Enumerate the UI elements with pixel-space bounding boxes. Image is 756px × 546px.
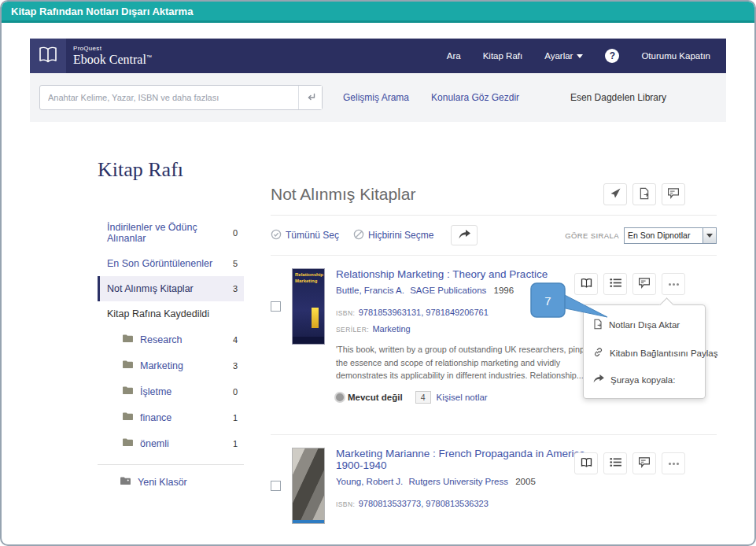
select-none-button[interactable]: Hiçbirini Seçme [353,229,433,242]
book-byline: Young, Robert J. Rutgers University Pres… [336,477,613,486]
search-band: Gelişmiş Arama Konulara Göz Gezdir Esen … [30,73,726,122]
page: Kitap Rafından Notları Dışarı Aktarma Pr… [0,0,756,546]
page-title: Not Alınmış Kitaplar [271,185,415,204]
book-cover[interactable]: Relationship Marketing [292,268,325,345]
book-title-link[interactable]: Relationship Marketing : Theory and Prac… [336,268,613,280]
folder-count: 1 [233,413,238,422]
sidebar-folder-isletme[interactable]: İşletme 0 [98,378,244,404]
paper-plane-icon [610,187,621,201]
main-header: Not Alınmış Kitaplar [271,183,717,205]
book-description: 'This book, written by a group of outsta… [336,343,613,382]
search-submit-button[interactable] [298,86,322,109]
sort-select[interactable]: En Son Dipnotlar [624,227,717,244]
more-options-button[interactable] [662,273,685,295]
ellipsis-icon [669,463,679,465]
sidebar-folder-research[interactable]: Research 4 [98,326,244,352]
header-toolbar [603,183,685,205]
copy-selected-button[interactable] [451,225,478,245]
sidebar-item-downloads-loans[interactable]: İndirilenler ve Ödünç Alınanlar 0 [98,215,244,251]
send-button[interactable] [603,183,627,205]
nav-settings[interactable]: Ayarlar [544,51,583,61]
folder-icon [122,411,134,423]
sidebar-item-count: 3 [233,284,238,293]
ellipsis-icon [669,283,679,286]
brand-trademark: ™ [146,53,152,59]
toc-button[interactable] [603,452,627,474]
sidebar-item-label: İndirilenler ve Ödünç Alınanlar [107,222,233,244]
sidebar-item-annotated-books[interactable]: Not Alınmış Kitaplar 3 [98,276,244,301]
link-chain-icon [593,347,603,359]
folder-icon [122,437,134,449]
curved-arrow-icon [593,374,604,385]
nav-signout[interactable]: Oturumu Kapatın [641,51,710,61]
browse-subjects-link[interactable]: Konulara Göz Gezdir [431,92,519,103]
folder-label: Research [140,334,183,345]
personal-notes-link[interactable]: 4 Kişisel notlar [415,391,488,404]
advanced-search-link[interactable]: Gelişmiş Arama [343,92,409,103]
annotations-button[interactable] [632,273,656,295]
search-links: Gelişmiş Arama Konulara Göz Gezdir [343,92,519,103]
book-cover-text: Relationship Marketing [293,269,324,287]
tutorial-callout-7: 7 [530,282,610,328]
annotations-button[interactable] [662,183,685,205]
folder-count: 3 [233,361,238,371]
sort-label: GÖRE SIRALA [565,231,619,240]
more-options-button[interactable] [662,452,685,474]
sidebar-folder-onemli[interactable]: önemli 1 [98,430,244,456]
nav-bookshelf[interactable]: Kitap Rafı [483,51,523,61]
sort-selected-value: En Son Dipnotlar [625,228,703,243]
sort-dropdown-arrow[interactable] [703,228,716,243]
export-button[interactable] [632,183,656,205]
notes-count-badge: 4 [415,391,431,404]
menu-item-label: Şuraya kopyala: [610,375,675,385]
folder-label: finance [140,412,171,423]
book-publisher: SAGE Publications [410,286,486,295]
book-row-relationship-marketing: Relationship Marketing Relationship Mark… [271,255,717,434]
book-title-link[interactable]: Marketing Marianne : French Propaganda i… [336,448,613,471]
brand-logo[interactable] [30,39,66,73]
main-panel: Not Alınmış Kitaplar [271,122,717,535]
callout-number: 7 [544,294,551,308]
chevron-down-icon [577,54,583,58]
return-arrow-icon [305,91,316,105]
book-cover[interactable] [292,448,325,524]
folder-count: 4 [233,335,238,345]
search-input[interactable] [40,86,298,109]
annotations-bubble-icon [638,277,651,291]
new-folder-button[interactable]: Yeni Klasör [98,467,244,497]
help-icon[interactable]: ? [605,49,619,63]
menu-item-share-link[interactable]: Kitabın Bağlantısını Paylaş [584,339,705,367]
sidebar-item-recently-viewed[interactable]: En Son Görüntülenenler 5 [98,251,244,276]
brand-text: ProQuest Ebook Central™ [73,46,152,66]
search-group [39,85,323,110]
book-author: Buttle, Francis A. [336,286,404,295]
export-document-icon [639,187,650,202]
circle-slash-icon [353,229,364,242]
nav-search[interactable]: Ara [447,51,461,61]
chevron-down-icon [706,234,713,238]
annotations-bubble-icon [667,187,680,201]
book-isbn-row: ISBN: 9780813533773, 9780813536323 [336,496,613,510]
new-folder-label: Yeni Klasör [138,477,187,488]
series-link[interactable]: Marketing [372,324,410,334]
folder-count: 0 [233,387,238,397]
sidebar-item-count: 5 [233,259,238,268]
sidebar-folder-marketing[interactable]: Marketing 3 [98,352,244,378]
curved-arrow-icon [459,230,470,242]
menu-item-label: Notları Dışa Aktar [609,320,680,330]
nav-settings-label: Ayarlar [544,51,573,61]
sidebar-divider [98,464,244,465]
menu-item-label: Kitabın Bağlantısını Paylaş [610,349,717,358]
annotations-button[interactable] [632,452,656,474]
annotations-bubble-icon [638,456,651,470]
sidebar-folder-finance[interactable]: finance 1 [98,404,244,430]
select-sort-row: Tümünü Seç Hiçbirini Seçme GÖRE SIRALA [271,216,717,255]
folder-icon [122,334,134,345]
read-online-button[interactable] [574,452,598,474]
select-all-button[interactable]: Tümünü Seç [271,229,339,242]
sort-control: GÖRE SIRALA En Son Dipnotlar [565,227,717,244]
folder-count: 1 [233,439,238,448]
book-checkbox[interactable] [271,481,281,491]
book-checkbox[interactable] [271,301,281,312]
menu-item-copy-to[interactable]: Şuraya kopyala: [584,367,705,393]
